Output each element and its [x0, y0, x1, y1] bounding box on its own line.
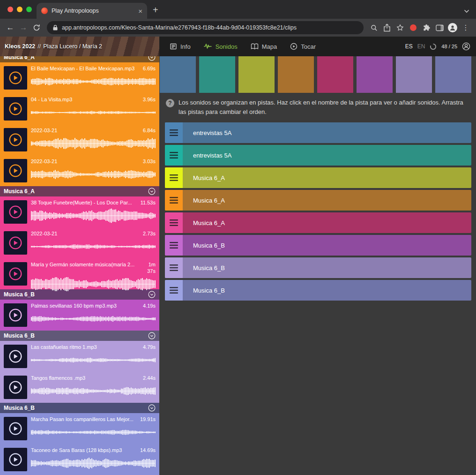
clip-cell[interactable] — [160, 56, 196, 93]
play-button[interactable] — [4, 66, 27, 90]
track-drag-handle[interactable] — [165, 190, 183, 211]
play-icon — [8, 236, 22, 250]
expand-track-icon[interactable] — [148, 404, 156, 412]
browser-window: Play Antropoloops × + ← → app.antropoloo… — [0, 0, 476, 475]
clip[interactable]: Tangos flamencos .mp32.44s — [0, 372, 159, 403]
lock-icon[interactable] — [52, 24, 58, 31]
clip[interactable]: Palmas sevillanas 160 bpm mp3.mp34.19s — [0, 300, 159, 331]
back-button[interactable]: ← — [4, 21, 17, 34]
clip-cell[interactable] — [396, 56, 432, 93]
clip-duration: 4.19s — [143, 303, 156, 309]
clip-track-header[interactable]: Musica 6_A — [0, 186, 159, 196]
refresh-button[interactable] — [30, 21, 43, 34]
clip-cell[interactable] — [317, 56, 353, 93]
nav-tocar[interactable]: Tocar — [290, 43, 316, 50]
tab-search-chevron-icon[interactable] — [464, 9, 469, 13]
nav-mapa[interactable]: Mapa — [251, 43, 277, 50]
tab-close-icon[interactable]: × — [138, 8, 142, 15]
clip-title: 2022-03-21 — [31, 231, 139, 237]
clip-cell[interactable] — [435, 56, 471, 93]
clip[interactable]: El Baile Mexicapan - El Baile Mexicapan.… — [0, 62, 159, 93]
track-row[interactable]: Musica 6_B — [165, 257, 471, 278]
play-button[interactable] — [4, 262, 27, 286]
window-close-button[interactable] — [7, 7, 13, 12]
track-row[interactable]: Musica 6_B — [165, 280, 471, 301]
browser-menu-icon[interactable]: ⋮ — [459, 21, 472, 34]
track-row[interactable]: Musica 6_A — [165, 190, 471, 211]
nav-label: Info — [180, 43, 191, 50]
track-drag-handle[interactable] — [165, 167, 183, 188]
tocar-icon — [290, 43, 298, 50]
play-button[interactable] — [4, 128, 27, 151]
clip-cell[interactable] — [357, 56, 393, 93]
track-drag-handle[interactable] — [165, 212, 183, 233]
header-right: ES EN 48 / 25 — [405, 42, 476, 51]
share-icon[interactable] — [380, 21, 394, 34]
play-button[interactable] — [4, 97, 27, 121]
clip-grid — [159, 56, 476, 93]
side-panel-icon[interactable] — [433, 21, 446, 34]
account-icon[interactable] — [462, 42, 470, 51]
clip[interactable]: María y Germán solamente música(maría 2.… — [0, 258, 159, 289]
track-drag-handle[interactable] — [165, 122, 183, 143]
clip-track-header[interactable]: Musica 6_B — [0, 331, 159, 341]
play-button[interactable] — [4, 231, 27, 255]
clip-waveform — [31, 275, 156, 293]
clip[interactable]: Marcha Pasan los campanilleros Las Mejor… — [0, 413, 159, 444]
track-row[interactable]: entrevistas 5A — [165, 145, 471, 166]
track-drag-handle[interactable] — [165, 257, 183, 278]
load-counter: 48 / 25 — [441, 44, 457, 49]
expand-track-icon[interactable] — [148, 188, 156, 195]
window-zoom-button[interactable] — [26, 7, 32, 12]
window-minimize-button[interactable] — [17, 7, 22, 12]
clip[interactable]: 38 Toque Funebre(Muerte) - Los Doce Par.… — [0, 196, 159, 227]
clip-cell[interactable] — [278, 56, 314, 93]
clip-cell[interactable] — [238, 56, 275, 93]
address-bar: ← → app.antropoloops.com/Kleos-Santa-Mar… — [0, 19, 476, 37]
play-button[interactable] — [4, 376, 27, 399]
play-button[interactable] — [4, 303, 27, 327]
extension-record-icon[interactable] — [407, 21, 420, 34]
nav-sonidos[interactable]: Sonidos — [204, 43, 238, 50]
clip-title: 2022-03-21 — [31, 158, 139, 165]
play-button[interactable] — [4, 448, 27, 471]
browser-tab[interactable]: Play Antropoloops × — [37, 3, 147, 19]
clip-waveform — [31, 351, 156, 369]
breadcrumb[interactable]: Kleos 2022 // Plaza Lucero / María 2 — [0, 37, 159, 56]
expand-track-icon[interactable] — [148, 56, 156, 61]
track-row[interactable]: Musica 6_B — [165, 235, 471, 256]
lang-en[interactable]: EN — [417, 43, 425, 50]
play-button[interactable] — [4, 159, 27, 182]
clip[interactable]: 04 - La Visita.mp33.96s — [0, 93, 159, 124]
bookmark-star-icon[interactable] — [394, 21, 407, 34]
clip[interactable]: 2022-03-213.03s — [0, 155, 159, 186]
play-button[interactable] — [4, 345, 27, 368]
play-button[interactable] — [4, 200, 27, 224]
clip-duration: 6.84s — [143, 128, 156, 134]
play-icon — [8, 452, 22, 467]
clip[interactable]: Taconeo de Sara Baras (128 kbps).mp314.6… — [0, 444, 159, 475]
track-row[interactable]: Musica 6_A — [165, 167, 471, 188]
clip-duration: 14.69s — [140, 447, 156, 454]
new-tab-button[interactable]: + — [153, 5, 158, 15]
extensions-puzzle-icon[interactable] — [420, 21, 433, 34]
play-button[interactable] — [4, 417, 27, 440]
clip-track-header[interactable]: Musica 6_B — [0, 403, 159, 413]
expand-track-icon[interactable] — [148, 332, 156, 339]
clip[interactable]: 2022-03-216.84s — [0, 124, 159, 155]
clip-track-header[interactable]: Musica 6_A — [0, 56, 159, 62]
lang-es[interactable]: ES — [405, 43, 413, 50]
track-row[interactable]: entrevistas 5A — [165, 122, 471, 143]
profile-avatar[interactable] — [446, 21, 459, 34]
zoom-icon[interactable] — [367, 21, 380, 34]
track-drag-handle[interactable] — [165, 145, 183, 166]
track-drag-handle[interactable] — [165, 235, 183, 256]
clip-cell[interactable] — [199, 56, 235, 93]
clip[interactable]: Las castañuelas ritmo 1.mp34.79s — [0, 341, 159, 372]
nav-info[interactable]: Info — [170, 43, 191, 50]
clip[interactable]: 2022-03-212.73s — [0, 227, 159, 258]
track-drag-handle[interactable] — [165, 280, 183, 301]
forward-button[interactable]: → — [17, 21, 30, 34]
track-row[interactable]: Musica 6_A — [165, 212, 471, 233]
url-field[interactable]: app.antropoloops.com/Kleos-Santa-Marina/… — [47, 21, 364, 34]
